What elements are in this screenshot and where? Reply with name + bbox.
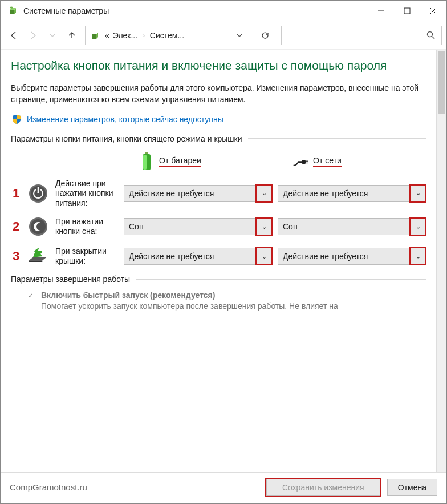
fast-startup-title: Включить быстрый запуск (рекомендуется) (41, 291, 426, 300)
svg-rect-10 (302, 160, 306, 164)
lid-close-plugged-dropdown[interactable]: Действие не требуется ⌄ (278, 248, 426, 265)
sleep-button-plugged-dropdown[interactable]: Сон ⌄ (278, 218, 426, 235)
uac-settings-link[interactable]: Изменение параметров, которые сейчас нед… (27, 115, 224, 124)
setting-row-lid-close: 3 При закрытии крышки: Действие не требу… (11, 245, 426, 268)
shield-icon (11, 114, 22, 125)
title-bar: Системные параметры (1, 1, 446, 21)
power-button-plugged-dropdown[interactable]: Действие не требуется ⌄ (278, 185, 426, 202)
battery-header: От батареи (159, 156, 201, 167)
breadcrumb-icon (89, 30, 101, 41)
fast-startup-row: ✓ Включить быстрый запуск (рекомендуется… (11, 291, 426, 312)
svg-rect-2 (404, 8, 410, 14)
power-button-icon (27, 182, 50, 205)
svg-point-5 (428, 31, 433, 37)
svg-point-20 (31, 219, 46, 234)
page-heading: Настройка кнопок питания и включение защ… (11, 58, 426, 74)
chevron-down-icon[interactable]: ⌄ (410, 185, 426, 202)
refresh-button[interactable] (255, 26, 275, 45)
svg-rect-9 (143, 155, 147, 170)
chevron-down-icon[interactable]: ⌄ (410, 218, 426, 235)
toolbar: « Элек... › Систем... (1, 21, 446, 50)
fast-startup-checkbox[interactable]: ✓ (26, 291, 35, 300)
row-number: 3 (11, 249, 21, 264)
cancel-button[interactable]: Отмена (387, 479, 437, 496)
breadcrumb[interactable]: « Элек... › Систем... (85, 26, 250, 45)
battery-icon (139, 151, 155, 172)
row-label: Действие при нажатии кнопки питания: (55, 179, 118, 209)
lid-close-icon (27, 245, 50, 268)
row-label: При закрытии крышки: (55, 247, 118, 267)
chevron-down-icon[interactable]: ⌄ (256, 185, 272, 202)
group-buttons-label: Параметры кнопки питания, кнопки спящего… (11, 134, 242, 143)
group-shutdown-label: Параметры завершения работы (11, 275, 130, 284)
content-pane: Настройка кнопок питания и включение защ… (1, 50, 436, 472)
minimize-button[interactable] (368, 1, 394, 21)
lid-close-battery-dropdown[interactable]: Действие не требуется ⌄ (124, 248, 272, 265)
maximize-button[interactable] (394, 1, 420, 21)
sleep-button-battery-dropdown[interactable]: Сон ⌄ (124, 218, 272, 235)
footer: CompGramotnost.ru Сохранить изменения От… (1, 472, 446, 502)
row-label: При нажатии кнопки сна: (55, 217, 118, 237)
chevron-right-icon: › (141, 32, 147, 39)
breadcrumb-level-1[interactable]: Элек... (113, 31, 137, 40)
save-button[interactable]: Сохранить изменения (266, 479, 380, 496)
search-input[interactable] (281, 26, 442, 45)
recent-locations-button[interactable] (44, 27, 61, 44)
page-intro: Выберите параметры завершения работы для… (11, 83, 426, 105)
setting-row-sleep-button: 2 При нажатии кнопки сна: Сон ⌄ Сон ⌄ (11, 215, 426, 238)
power-button-battery-dropdown[interactable]: Действие не требуется ⌄ (124, 185, 272, 202)
breadcrumb-prefix: « (105, 31, 109, 40)
forward-button[interactable] (25, 27, 42, 44)
chevron-down-icon[interactable]: ⌄ (410, 248, 426, 265)
vertical-scrollbar[interactable] (436, 50, 446, 472)
chevron-down-icon[interactable]: ⌄ (256, 218, 272, 235)
plug-icon (292, 151, 308, 172)
svg-point-0 (10, 6, 13, 8)
chevron-down-icon[interactable] (233, 33, 246, 38)
setting-row-power-button: 1 Действие при нажатии кнопки питания: Д… (11, 179, 426, 209)
back-button[interactable] (5, 27, 22, 44)
search-icon (426, 31, 436, 40)
plugged-header: От сети (313, 156, 342, 167)
chevron-down-icon[interactable]: ⌄ (256, 248, 272, 265)
svg-rect-7 (145, 152, 148, 154)
sleep-button-icon (27, 215, 50, 238)
close-button[interactable] (420, 1, 446, 21)
window-title: Системные параметры (23, 6, 368, 15)
fast-startup-desc: Помогает ускорить запуск компьютера посл… (41, 301, 426, 312)
app-icon (7, 5, 19, 17)
breadcrumb-level-2[interactable]: Систем... (150, 31, 184, 40)
svg-line-6 (432, 37, 434, 39)
scrollbar-thumb[interactable] (438, 51, 445, 114)
svg-point-21 (39, 251, 42, 253)
up-button[interactable] (63, 27, 80, 44)
watermark: CompGramotnost.ru (10, 482, 259, 492)
row-number: 1 (11, 186, 21, 201)
row-number: 2 (11, 219, 21, 234)
